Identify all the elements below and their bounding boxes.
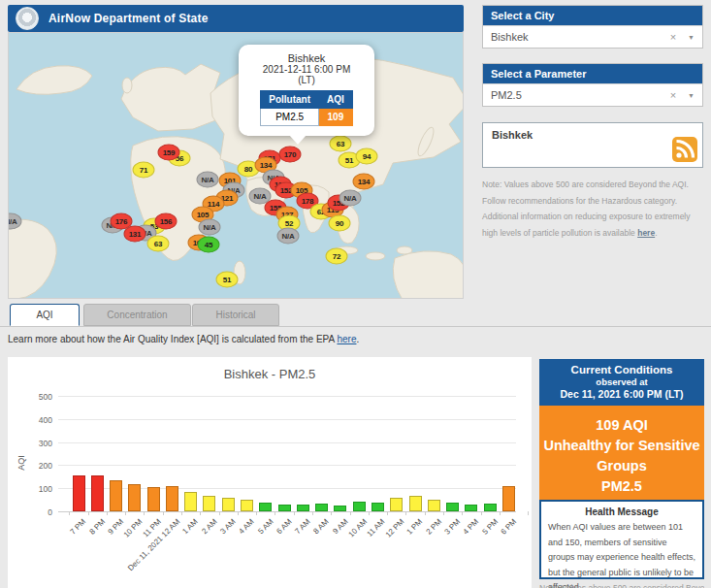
city-feed-box: Bishkek (482, 122, 703, 168)
chart-bar[interactable] (259, 503, 272, 511)
chart-x-tick (107, 511, 108, 515)
aqi-map-marker[interactable]: 170 (279, 147, 302, 163)
learn-more-text: Learn more about how the Air Quality Ind… (8, 334, 359, 344)
popup-tail (289, 135, 307, 145)
health-message-box: Health Message When AQI values are betwe… (539, 500, 704, 579)
chart-bar[interactable] (73, 475, 85, 511)
chart-y-tick-label: 100 (27, 484, 52, 494)
aqi-map-marker[interactable]: 156 (155, 213, 178, 230)
chart-x-tick-label: 2 PM (424, 517, 443, 537)
parameter-caret-down-icon[interactable]: ▼ (688, 92, 695, 99)
chart-bar[interactable] (110, 480, 122, 511)
chart-x-tick-label: 5 AM (256, 517, 275, 536)
chart-bar[interactable] (241, 500, 253, 511)
aqi-map-marker[interactable]: 72 (326, 248, 348, 265)
chart-x-tick-label: 5 PM (480, 517, 500, 537)
tab-concentration[interactable]: Concentration (83, 304, 191, 326)
aqi-map-marker[interactable]: N/A (199, 219, 221, 236)
chart-bar[interactable] (502, 486, 515, 511)
aqi-map-marker[interactable]: 131 (124, 226, 146, 243)
chart-x-tick (387, 511, 388, 515)
popup-col-pollutant: Pollutant (261, 91, 319, 109)
parameter-clear-icon[interactable]: × (670, 89, 676, 101)
aqi-map-marker[interactable]: 51 (216, 272, 239, 288)
health-message-title: Health Message (548, 506, 695, 517)
world-aqi-map[interactable]: N/A5615971N/A101N/A121114105N/A17653156N… (8, 32, 464, 299)
chart-x-tick-label: 1 PM (405, 517, 425, 537)
city-select-dropdown[interactable]: Bishkek × ▼ (483, 25, 702, 48)
app-header: AirNow Department of State (8, 5, 464, 32)
city-clear-icon[interactable]: × (670, 31, 676, 43)
aqi-map-marker[interactable]: 90 (329, 215, 351, 232)
chart-y-axis-label: AQI (16, 455, 26, 471)
chart-bar[interactable] (184, 492, 197, 511)
chart-x-tick (500, 511, 501, 515)
aqi-bar-chart: Bishkek - PM2.5 AQI 01002003004005007 PM… (8, 357, 532, 588)
chart-gridline (58, 419, 516, 420)
chart-bar[interactable] (484, 504, 497, 511)
app-title: AirNow Department of State (48, 12, 209, 25)
city-select-header: Select a City (483, 6, 702, 25)
aqi-map-marker[interactable]: 134 (353, 174, 375, 190)
aqi-map-marker[interactable]: N/A (277, 228, 300, 245)
aqi-map-marker[interactable]: 45 (198, 237, 220, 253)
chart-gridline (58, 488, 516, 489)
chart-bar[interactable] (465, 505, 477, 511)
popup-city: Bishkek (244, 52, 369, 64)
chart-x-tick-label: 8 AM (312, 517, 331, 536)
chart-bar[interactable] (91, 475, 104, 511)
popup-pollutant-value: PM2.5 (261, 109, 319, 126)
aqi-map-marker[interactable]: 63 (330, 136, 352, 152)
chart-x-tick (405, 511, 406, 515)
chart-bar[interactable] (446, 503, 459, 511)
note-here-link[interactable]: here (637, 228, 655, 238)
learn-more-link[interactable]: here (337, 334, 356, 344)
chart-title: Bishkek - PM2.5 (8, 367, 532, 381)
parameter-select-dropdown[interactable]: PM2.5 × ▼ (483, 83, 702, 106)
city-select-value: Bishkek (491, 31, 670, 43)
aqi-map-marker[interactable]: 71 (133, 162, 155, 179)
chart-bar[interactable] (353, 502, 366, 511)
chart-x-tick (144, 511, 145, 515)
chart-bar[interactable] (409, 496, 422, 511)
popup-aqi-value: 109 (319, 109, 353, 126)
chart-bar[interactable] (372, 503, 384, 511)
aqi-map-marker[interactable]: N/A (339, 190, 362, 207)
cc-note-partial: Note: Values above 500 are considered Be… (539, 583, 704, 588)
chart-bar[interactable] (166, 486, 178, 511)
aqi-map-marker[interactable]: 159 (158, 145, 180, 161)
chart-x-tick-label: 1 AM (181, 517, 200, 536)
aqi-map-marker[interactable]: N/A (197, 172, 219, 188)
chart-x-tick (425, 511, 426, 515)
health-message-text: When AQI values are between 101 and 150,… (548, 520, 695, 588)
chart-bar[interactable] (315, 504, 328, 511)
chart-y-tick-label: 500 (27, 392, 52, 402)
chart-bar[interactable] (128, 484, 141, 511)
chart-bar[interactable] (297, 505, 309, 511)
chart-x-tick-label: 6 PM (499, 517, 518, 537)
chart-bar[interactable] (390, 498, 403, 511)
cc-observed-datetime: Dec 11, 2021 6:00 PM (LT) (539, 388, 704, 400)
parameter-select-panel: Select a Parameter PM2.5 × ▼ (482, 63, 703, 107)
chart-bar[interactable] (147, 487, 160, 511)
cc-title: Current Conditions (539, 364, 704, 376)
rss-feed-icon[interactable] (672, 137, 697, 162)
chart-bar[interactable] (203, 496, 215, 511)
popup-aqi-table: Pollutant AQI PM2.5 109 (260, 90, 353, 126)
city-caret-down-icon[interactable]: ▼ (688, 34, 695, 41)
chart-bar[interactable] (428, 500, 440, 511)
chart-x-tick-label: 3 PM (442, 517, 462, 537)
chart-x-tick-label: 12 PM (383, 517, 405, 539)
chart-x-tick-label: 11 AM (366, 517, 387, 539)
aqi-map-marker[interactable]: 63 (147, 236, 170, 252)
tab-aqi[interactable]: AQI (10, 304, 80, 326)
chart-x-tick (331, 511, 332, 515)
chart-bar[interactable] (222, 498, 235, 511)
chart-bar[interactable] (334, 506, 346, 511)
chart-y-tick-label: 300 (27, 439, 52, 448)
aqi-map-marker[interactable]: 94 (356, 148, 378, 165)
chart-bar[interactable] (278, 505, 291, 511)
tab-historical[interactable]: Historical (192, 304, 279, 326)
city-select-panel: Select a City Bishkek × ▼ (482, 5, 703, 49)
learn-more-suffix: . (356, 334, 359, 344)
